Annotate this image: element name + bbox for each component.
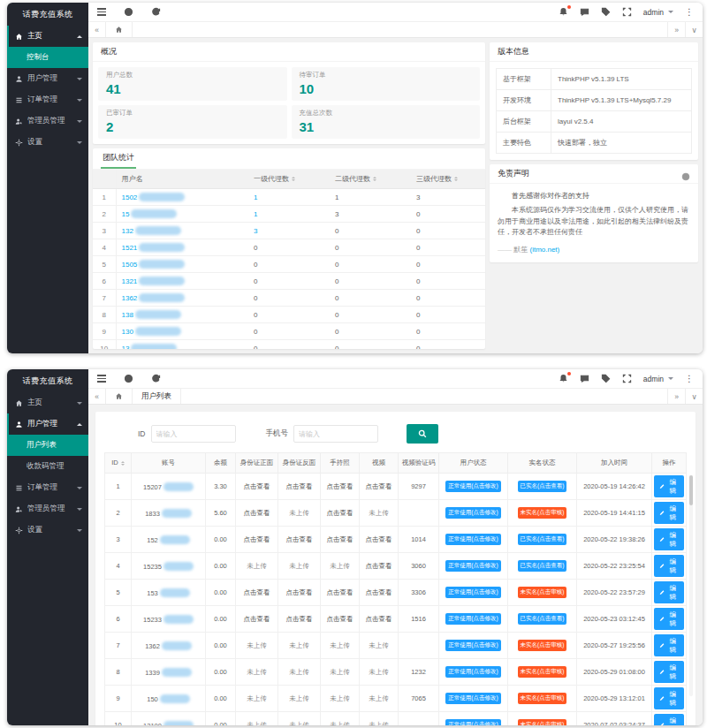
admin-user-menu[interactable]: admin [643, 375, 673, 383]
sidebar-item-设置[interactable]: 设置 [7, 132, 88, 153]
edit-button[interactable]: 编辑 [654, 581, 684, 603]
table-scrollbar[interactable] [689, 475, 693, 696]
idcard-back-cell[interactable]: 点击查看 [278, 580, 321, 606]
user-status-badge[interactable]: 正常使用(点击修改) [445, 587, 500, 598]
edit-button[interactable]: 编辑 [654, 714, 684, 725]
col-level2-agents[interactable]: 二级代理数 [330, 170, 411, 189]
disclaimer-link[interactable]: (itmo.net) [529, 246, 559, 254]
handheld-photo-cell[interactable]: 点击查看 [321, 580, 360, 606]
handheld-photo-cell[interactable]: 点击查看 [321, 500, 360, 527]
cache-icon[interactable] [124, 374, 133, 383]
idcard-front-cell[interactable]: 点击查看 [236, 500, 278, 527]
col-level3-agents[interactable]: 三级代理数 [411, 170, 485, 189]
edit-button[interactable]: 编辑 [654, 687, 684, 709]
col-username[interactable]: 用户名 [116, 170, 248, 189]
team-username-link[interactable]: 138 [122, 311, 133, 319]
edit-button[interactable]: 编辑 [654, 555, 684, 577]
sidebar-item-设置[interactable]: 设置 [7, 519, 88, 541]
user-status-badge[interactable]: 正常使用(点击修改) [445, 613, 500, 625]
idcard-front-cell[interactable]: 点击查看 [236, 606, 278, 633]
user-status-badge[interactable]: 正常使用(点击修改) [445, 534, 500, 545]
sidebar-item-用户管理[interactable]: 用户管理 [7, 68, 88, 89]
edit-button[interactable]: 编辑 [654, 502, 684, 524]
idcard-front-cell[interactable]: 点击查看 [236, 580, 278, 606]
more-vertical-icon[interactable]: ⋮ [685, 8, 694, 17]
refresh-icon[interactable] [151, 7, 161, 17]
refresh-icon[interactable] [151, 374, 161, 383]
video-cell[interactable]: 点击查看 [360, 553, 399, 580]
idcard-front-cell[interactable]: 点击查看 [236, 474, 278, 500]
user-status-badge[interactable]: 正常使用(点击修改) [445, 507, 500, 519]
realname-status-badge[interactable]: 未实名(点击审核) [518, 587, 567, 598]
id-search-input[interactable] [151, 425, 236, 443]
user-status-badge[interactable]: 正常使用(点击修改) [445, 719, 500, 725]
notification-bell-icon[interactable] [559, 374, 568, 383]
realname-status-badge[interactable]: 未实名(点击审核) [518, 693, 567, 704]
realname-status-badge[interactable]: 已实名(点击查看) [518, 481, 567, 492]
message-icon[interactable] [580, 374, 589, 383]
team-username-link[interactable]: 132 [122, 227, 133, 235]
tab-home[interactable] [106, 22, 133, 37]
notification-bell-icon[interactable] [559, 7, 568, 17]
team-username-link[interactable]: 1321 [122, 277, 138, 285]
sidebar-item-订单管理[interactable]: 订单管理 [7, 477, 88, 498]
user-status-badge[interactable]: 正常使用(点击修改) [445, 560, 500, 572]
realname-status-badge[interactable]: 未实名(点击审核) [518, 640, 567, 651]
scrollbar-thumb[interactable] [689, 475, 693, 505]
realname-status-badge[interactable]: 已实名(点击查看) [518, 534, 567, 545]
sidebar-subitem-收款码管理[interactable]: 收款码管理 [7, 456, 88, 477]
team-username-link[interactable]: 130 [122, 328, 133, 336]
realname-status-badge[interactable]: 未实名(点击审核) [518, 719, 567, 725]
realname-status-badge[interactable]: 未实名(点击审核) [518, 666, 567, 678]
idcard-front-cell[interactable]: 点击查看 [236, 527, 278, 553]
team-username-link[interactable]: 1521 [122, 244, 138, 252]
cache-icon[interactable] [124, 7, 133, 17]
video-cell[interactable]: 点击查看 [360, 580, 399, 606]
collapse-menu-icon[interactable] [97, 375, 106, 382]
sidebar-item-用户管理[interactable]: 用户管理 [7, 413, 88, 435]
edit-button[interactable]: 编辑 [654, 661, 684, 683]
tag-icon[interactable] [601, 374, 611, 383]
edit-button[interactable]: 编辑 [654, 608, 684, 630]
admin-user-menu[interactable]: admin [643, 8, 673, 17]
idcard-back-cell[interactable]: 点击查看 [278, 527, 321, 553]
video-cell[interactable]: 点击查看 [360, 474, 399, 500]
tab-home[interactable] [106, 389, 133, 404]
tabs-dropdown[interactable]: ∨ [685, 22, 703, 37]
idcard-back-cell[interactable]: 点击查看 [278, 606, 321, 633]
user-status-badge[interactable]: 正常使用(点击修改) [445, 666, 500, 678]
info-icon[interactable] [681, 170, 690, 178]
handheld-photo-cell[interactable]: 点击查看 [321, 474, 360, 500]
idcard-back-cell[interactable]: 点击查看 [278, 474, 321, 500]
sidebar-item-主页[interactable]: 主页 [7, 26, 88, 47]
sidebar-subitem-控制台[interactable]: 控制台 [7, 47, 88, 68]
collapse-menu-icon[interactable] [97, 8, 106, 15]
fullscreen-icon[interactable] [622, 7, 632, 17]
realname-status-badge[interactable]: 已实名(点击查看) [518, 613, 567, 625]
tabs-more[interactable]: » [667, 389, 685, 404]
edit-button[interactable]: 编辑 [654, 634, 684, 656]
user-status-badge[interactable]: 正常使用(点击修改) [445, 640, 500, 651]
team-username-link[interactable]: 1505 [122, 261, 138, 269]
tabs-more[interactable]: » [667, 22, 685, 37]
fullscreen-icon[interactable] [622, 374, 632, 383]
tag-icon[interactable] [601, 7, 611, 17]
tabs-dropdown[interactable]: ∨ [685, 389, 703, 404]
sidebar-item-管理员管理[interactable]: 管理员管理 [7, 498, 88, 519]
sidebar-subitem-用户列表[interactable]: 用户列表 [7, 435, 88, 456]
sidebar-item-订单管理[interactable]: 订单管理 [7, 89, 88, 110]
message-icon[interactable] [580, 7, 589, 17]
handheld-photo-cell[interactable]: 点击查看 [321, 527, 360, 553]
edit-button[interactable]: 编辑 [654, 475, 684, 497]
realname-status-badge[interactable]: 已实名(点击查看) [518, 560, 567, 572]
col-level1-agents[interactable]: 一级代理数 [248, 170, 330, 189]
sidebar-item-主页[interactable]: 主页 [7, 392, 88, 413]
sidebar-item-管理员管理[interactable]: 管理员管理 [7, 110, 88, 132]
realname-status-badge[interactable]: 未实名(点击审核) [518, 507, 567, 519]
edit-button[interactable]: 编辑 [654, 528, 684, 550]
search-button[interactable] [407, 424, 438, 444]
team-username-link[interactable]: 1362 [122, 294, 138, 302]
tab-user-list[interactable]: 用户列表 [133, 389, 181, 404]
user-status-badge[interactable]: 正常使用(点击修改) [445, 693, 500, 704]
user-status-badge[interactable]: 正常使用(点击修改) [445, 481, 500, 492]
